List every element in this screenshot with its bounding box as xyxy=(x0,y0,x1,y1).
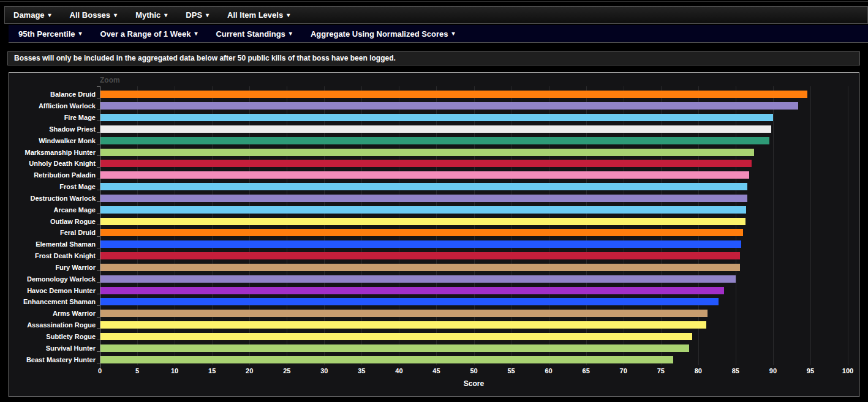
x-axis-tick-label: 75 xyxy=(649,367,673,374)
filter-all-bosses-dropdown[interactable]: All Bosses▾ xyxy=(70,10,118,20)
category-axis-tick xyxy=(97,110,100,110)
bar-feral-druid[interactable] xyxy=(100,229,743,236)
dropdown-label: DPS xyxy=(186,10,202,20)
chevron-down-icon: ▾ xyxy=(164,12,167,18)
chevron-down-icon: ▾ xyxy=(452,31,455,37)
bar-marksmanship-hunter[interactable] xyxy=(100,149,754,156)
bar-balance-druid[interactable] xyxy=(100,91,807,98)
label-marksmanship-hunter: Marksmanship Hunter xyxy=(25,149,96,156)
label-assassination-rogue: Assassination Rogue xyxy=(27,321,96,329)
bar-arms-warrior[interactable] xyxy=(100,310,708,317)
chevron-down-icon: ▾ xyxy=(287,12,290,18)
bar-retribution-paladin[interactable] xyxy=(100,171,749,179)
dropdown-label: Over a Range of 1 Week xyxy=(100,29,191,39)
x-axis-tick-label: 90 xyxy=(761,367,785,374)
chevron-down-icon: ▾ xyxy=(79,31,82,37)
x-axis-tick-label: 100 xyxy=(836,367,860,374)
label-survival-hunter: Survival Hunter xyxy=(46,344,96,352)
bar-subtlety-rogue[interactable] xyxy=(100,333,692,340)
filter-damage-dropdown[interactable]: Damage▾ xyxy=(13,10,51,20)
filter-mythic-dropdown[interactable]: Mythic▾ xyxy=(135,10,167,20)
label-arcane-mage: Arcane Mage xyxy=(54,206,96,214)
category-axis-tick xyxy=(97,121,100,121)
x-axis-tick-label: 45 xyxy=(424,367,448,374)
label-elemental-shaman: Elemental Shaman xyxy=(36,240,96,248)
x-axis-tick-label: 60 xyxy=(537,367,561,374)
gridline xyxy=(773,86,774,365)
x-axis-tick-label: 35 xyxy=(349,367,374,374)
chevron-down-icon: ▾ xyxy=(114,12,117,18)
category-axis-tick xyxy=(97,167,100,168)
x-axis-tick-label: 5 xyxy=(125,367,149,374)
bar-destruction-warlock[interactable] xyxy=(100,195,747,202)
chevron-down-icon: ▾ xyxy=(194,31,197,37)
bar-affliction-warlock[interactable] xyxy=(100,102,798,110)
label-feral-druid: Feral Druid xyxy=(60,229,96,236)
category-axis-tick xyxy=(97,179,100,179)
category-axis-tick xyxy=(97,98,100,99)
dropdown-label: All Bosses xyxy=(70,10,110,20)
dropdown-label: Mythic xyxy=(135,10,160,20)
option-over-a-range-of-1-week-dropdown[interactable]: Over a Range of 1 Week▾ xyxy=(100,29,198,39)
dropdown-label: All Item Levels xyxy=(227,10,283,20)
chevron-down-icon: ▾ xyxy=(289,31,292,37)
x-axis-tick-label: 95 xyxy=(798,367,823,374)
bar-demonology-warlock[interactable] xyxy=(100,275,736,283)
x-axis-tick-label: 80 xyxy=(686,367,711,374)
x-axis-title: Score xyxy=(450,379,499,388)
option-current-standings-dropdown[interactable]: Current Standings▾ xyxy=(216,29,292,39)
label-windwalker-monk: Windwalker Monk xyxy=(39,137,96,144)
x-axis-tick-label: 85 xyxy=(723,367,748,374)
label-enhancement-shaman: Enhancement Shaman xyxy=(23,298,96,305)
bar-fury-warrior[interactable] xyxy=(100,264,740,271)
category-axis-tick xyxy=(97,86,100,87)
category-axis-tick xyxy=(97,282,100,283)
label-subtlety-rogue: Subtlety Rogue xyxy=(46,333,96,340)
category-axis-tick xyxy=(97,213,100,214)
filter-dps-dropdown[interactable]: DPS▾ xyxy=(186,10,209,20)
bar-shadow-priest[interactable] xyxy=(100,125,771,133)
label-beast-mastery-hunter: Beast Mastery Hunter xyxy=(26,356,96,363)
bar-survival-hunter[interactable] xyxy=(100,344,689,352)
dropdown-label: 95th Percentile xyxy=(18,29,75,39)
bar-unholy-death-knight[interactable] xyxy=(100,160,752,167)
x-axis-tick-label: 30 xyxy=(312,367,336,374)
filter-all-item-levels-dropdown[interactable]: All Item Levels▾ xyxy=(227,10,290,20)
category-axis-tick xyxy=(97,236,100,237)
x-axis-tick-label: 25 xyxy=(274,367,299,374)
dropdown-label: Current Standings xyxy=(216,29,285,39)
bar-frost-mage[interactable] xyxy=(100,183,747,190)
chevron-down-icon: ▾ xyxy=(206,12,209,18)
gridline xyxy=(848,86,848,365)
primary-filter-bar: Damage▾All Bosses▾Mythic▾DPS▾All Item Le… xyxy=(4,6,868,24)
label-frost-mage: Frost Mage xyxy=(59,183,96,190)
x-axis-tick-label: 10 xyxy=(162,367,187,374)
page: { "nav_primary": { "items": [ { "label":… xyxy=(0,0,868,402)
bar-elemental-shaman[interactable] xyxy=(100,240,741,248)
bar-fire-mage[interactable] xyxy=(100,114,773,121)
gridline xyxy=(810,86,811,365)
label-retribution-paladin: Retribution Paladin xyxy=(34,171,96,179)
category-axis-tick xyxy=(97,155,100,156)
label-fire-mage: Fire Mage xyxy=(64,114,96,121)
category-axis-tick xyxy=(97,201,100,202)
category-axis-tick xyxy=(97,132,100,133)
bar-arcane-mage[interactable] xyxy=(100,206,746,214)
bar-beast-mastery-hunter[interactable] xyxy=(100,356,673,363)
option-aggregate-using-normalized-scores-dropdown[interactable]: Aggregate Using Normalized Scores▾ xyxy=(311,29,455,39)
x-axis-tick-label: 0 xyxy=(88,367,112,374)
label-affliction-warlock: Affliction Warlock xyxy=(39,102,96,110)
bar-frost-death-knight[interactable] xyxy=(100,252,740,259)
label-arms-warrior: Arms Warrior xyxy=(53,310,96,317)
bar-outlaw-rogue[interactable] xyxy=(100,218,745,225)
x-axis-tick-label: 40 xyxy=(387,367,411,374)
bar-windwalker-monk[interactable] xyxy=(100,137,769,144)
x-axis-tick-label: 50 xyxy=(462,367,486,374)
bar-assassination-rogue[interactable] xyxy=(100,321,706,329)
bar-enhancement-shaman[interactable] xyxy=(100,298,719,305)
bar-havoc-demon-hunter[interactable] xyxy=(100,287,724,294)
option-95th-percentile-dropdown[interactable]: 95th Percentile▾ xyxy=(18,29,82,39)
label-balance-druid: Balance Druid xyxy=(50,91,96,98)
category-axis-tick xyxy=(97,328,100,329)
x-axis-tick-label: 70 xyxy=(611,367,636,374)
